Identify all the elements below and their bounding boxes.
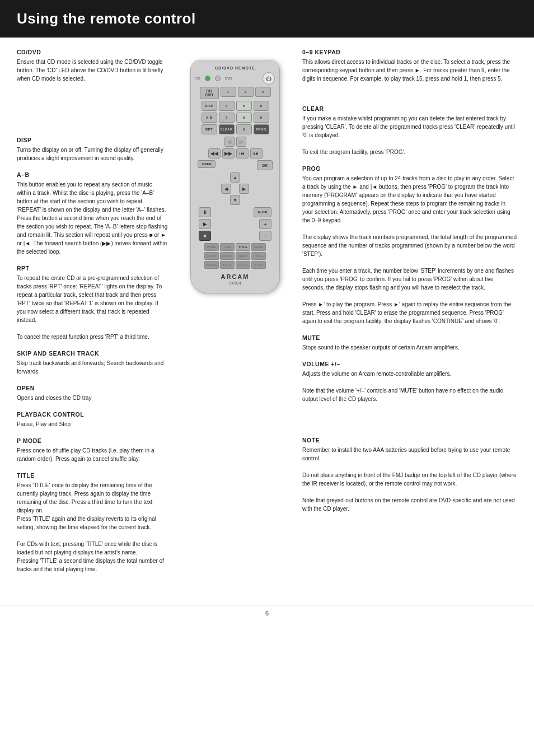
section-clear-title: CLEAR xyxy=(302,105,517,112)
clear-button[interactable]: CLEAR xyxy=(219,124,235,134)
open-ok-row: OPEN OK xyxy=(195,160,275,170)
section-title-sec-title: TITLE xyxy=(17,472,168,479)
num-4-button[interactable]: 4 xyxy=(219,101,235,111)
section-open: OPEN Opens and closes the CD tray xyxy=(17,385,168,402)
section-clear: CLEAR If you make a mistake whilst progr… xyxy=(302,105,517,156)
nav-up-button[interactable]: ▲ xyxy=(230,172,240,183)
ab-row: A-B 7 8 9 xyxy=(195,113,275,123)
nav-left-button[interactable]: ◀ xyxy=(221,184,231,194)
open-button[interactable]: OPEN xyxy=(198,160,216,168)
section-keypad-body: This allows direct access to individual … xyxy=(302,58,517,83)
bottom-row-1: MODE TIME TITLE MENU xyxy=(195,243,275,251)
ok-button[interactable]: OK xyxy=(257,160,273,170)
prev-button[interactable]: ⏮ xyxy=(236,148,249,158)
vol-up-button[interactable]: + xyxy=(259,219,271,229)
zoom-button[interactable]: ZOOM xyxy=(204,252,219,260)
mute-button[interactable]: MUTE xyxy=(254,207,271,217)
skip-back-button[interactable]: ◁ xyxy=(224,137,235,147)
cd-dvd-button[interactable]: CDDVD xyxy=(200,87,219,99)
cd-led-label: CD xyxy=(195,77,200,80)
left-column: CD/DVD Ensure that CD mode is selected u… xyxy=(17,49,174,582)
num-9-button[interactable]: 9 xyxy=(254,113,269,123)
section-keypad: 0–9 KEYPAD This allows direct access to … xyxy=(302,49,517,83)
arcam-model: CR314 xyxy=(195,281,275,285)
section-disp-title: DISP xyxy=(17,137,168,143)
skip-fwd-button[interactable]: ▷ xyxy=(236,137,246,147)
section-pmode-body: Press once to shuffle play CD tracks (i.… xyxy=(17,446,168,463)
section-note: NOTE Remember to install the two AAA bat… xyxy=(302,437,517,513)
section-skip-body: Skip track backwards and forwards; Searc… xyxy=(17,359,168,376)
section-note-title: NOTE xyxy=(302,437,517,444)
num-5-button[interactable]: 5 xyxy=(236,101,252,111)
disp-button[interactable]: DISP xyxy=(202,101,217,111)
num-0-button[interactable]: 0 xyxy=(236,124,252,134)
dvd-led-label: DVD xyxy=(225,77,232,80)
section-playback: PLAYBACK CONTROL Pause, Play and Stop xyxy=(17,411,168,428)
num-3-button[interactable]: 3 xyxy=(255,87,271,97)
section-pmode-title: P MODE xyxy=(17,437,168,444)
title-button-remote[interactable]: TITLE xyxy=(236,243,250,251)
right-column: 0–9 KEYPAD This allows direct access to … xyxy=(297,49,517,582)
power-button[interactable]: ⏻ xyxy=(263,72,275,85)
mode-button[interactable]: MODE xyxy=(204,243,219,251)
arcam-logo: ARCAM xyxy=(195,273,275,280)
center-column: CD/DVD REMOTE CD DVD ⏻ CDDVD xyxy=(174,49,297,582)
section-mute: MUTE Stops sound to the speaker outputs … xyxy=(302,334,517,352)
vol-down-button[interactable]: − xyxy=(259,231,271,241)
audio-button[interactable]: AUDIO xyxy=(220,252,235,260)
nav-down-button[interactable]: ▼ xyxy=(230,195,240,205)
stop2-button[interactable]: STOP xyxy=(251,261,266,269)
play-button[interactable]: ▶ xyxy=(199,219,211,229)
bottom-row-3: ANGLE TITLE RATIO STOP xyxy=(195,261,275,269)
section-keypad-title: 0–9 KEYPAD xyxy=(302,49,517,55)
num-8-button[interactable]: 8 xyxy=(236,113,252,123)
section-open-body: Opens and closes the CD tray xyxy=(17,394,168,402)
ab-button[interactable]: A-B xyxy=(202,113,217,123)
remote-control: CD/DVD REMOTE CD DVD ⏻ CDDVD xyxy=(190,60,280,293)
title3-button[interactable]: TITLE xyxy=(220,261,235,269)
num-7-button[interactable]: 7 xyxy=(219,113,235,123)
cd-led xyxy=(205,76,210,81)
section-title-sec-body: Press 'TITLE' once to display the remain… xyxy=(17,481,168,573)
angle-button[interactable]: ANGLE xyxy=(204,261,219,269)
rpt-row: RPT CLEAR 0 PROG xyxy=(195,124,275,134)
num-6-button[interactable]: 6 xyxy=(254,101,269,111)
title2-button[interactable]: TITLE xyxy=(251,252,266,260)
fast-fwd-button[interactable]: ▶▶ xyxy=(222,148,235,158)
nav-cluster: ▲ ◀ ▶ ▼ xyxy=(195,172,275,205)
section-cd-dvd-title: CD/DVD xyxy=(17,49,168,55)
num-1-button[interactable]: 1 xyxy=(221,87,236,97)
section-volume: VOLUME +/– Adjusts the volume on Arcam r… xyxy=(302,361,517,403)
next-button[interactable]: ⏭ xyxy=(250,148,263,158)
prog-button[interactable]: PROG xyxy=(254,124,269,134)
section-disp-body: Turns the display on or off. Turning the… xyxy=(17,146,168,162)
remote-wrap: CD/DVD REMOTE CD DVD ⏻ CDDVD xyxy=(190,60,280,293)
page-title: Using the remote control xyxy=(17,10,517,27)
section-mute-body: Stops sound to the speaker outputs of ce… xyxy=(302,343,517,352)
pause-mute-row: ⏸ MUTE xyxy=(195,207,275,217)
section-ab-title: A–B xyxy=(17,171,168,178)
section-pmode: P MODE Press once to shuffle play CD tra… xyxy=(17,437,168,463)
rpt-button[interactable]: RPT xyxy=(202,124,217,134)
section-cd-dvd-body: Ensure that CD mode is selected using th… xyxy=(17,58,168,83)
time-button[interactable]: TIME xyxy=(220,243,235,251)
section-prog-title: PROG xyxy=(302,165,517,172)
ratio-button[interactable]: RATIO xyxy=(236,261,250,269)
section-rpt: RPT To repeat the entire CD or a pre-pro… xyxy=(17,265,168,341)
nav-right-button[interactable]: ▶ xyxy=(239,184,249,194)
num-2-button[interactable]: 2 xyxy=(238,87,254,97)
section-rpt-title: RPT xyxy=(17,265,168,272)
section-ab: A–B This button enables you to repeat an… xyxy=(17,171,168,256)
stop-button[interactable]: ■ xyxy=(199,231,211,241)
page-number: 6 xyxy=(0,605,534,617)
section-playback-body: Pause, Play and Stop xyxy=(17,420,168,428)
section-note-body: Remember to install the two AAA batterie… xyxy=(302,446,517,513)
rewind-button[interactable]: ◀◀ xyxy=(208,148,221,158)
disp-row: DISP 4 5 6 xyxy=(195,101,275,111)
page-header: Using the remote control xyxy=(0,0,534,38)
play-vol-row: ▶ + xyxy=(195,219,275,229)
pause-button[interactable]: ⏸ xyxy=(199,207,211,217)
menu2-button[interactable]: MENU xyxy=(236,252,250,260)
bottom-row-2: ZOOM AUDIO MENU TITLE xyxy=(195,252,275,260)
menu-button[interactable]: MENU xyxy=(251,243,266,251)
